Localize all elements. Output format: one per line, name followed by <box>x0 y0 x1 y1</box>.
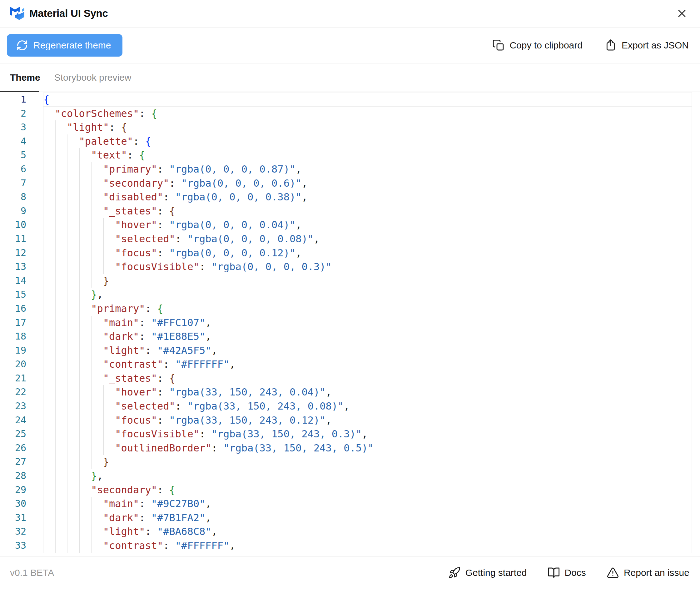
code-line[interactable]: 30"main": "#9C27B0", <box>0 497 692 511</box>
code-line-content: }, <box>43 287 692 302</box>
line-number: 15 <box>0 287 43 302</box>
indent-guides <box>43 455 103 469</box>
indent-guides <box>43 371 103 385</box>
code-line[interactable]: 4"palette": { <box>0 135 692 149</box>
code-line[interactable]: 23"selected": "rgba(33, 150, 243, 0.08)"… <box>0 399 692 413</box>
code-line[interactable]: 6"primary": "rgba(0, 0, 0, 0.87)", <box>0 162 692 176</box>
code-line-content: "text": { <box>43 148 692 162</box>
plugin-header: Material UI Sync <box>0 0 700 27</box>
line-number: 14 <box>0 274 43 288</box>
theme-json-editor[interactable]: 1{2"colorSchemes": {3"light": {4"palette… <box>0 92 700 556</box>
code-line[interactable]: 12"focus": "rgba(0, 0, 0, 0.12)", <box>0 246 692 260</box>
tab-theme[interactable]: Theme <box>0 63 47 91</box>
code-line[interactable]: 10"hover": "rgba(0, 0, 0, 0.04)", <box>0 218 692 232</box>
line-number: 31 <box>0 511 43 525</box>
code-line[interactable]: 28}, <box>0 469 692 483</box>
code-line-content: "palette": { <box>43 135 692 149</box>
code-line[interactable]: 18"dark": "#1E88E5", <box>0 330 692 344</box>
code-line[interactable]: 3"light": { <box>0 120 692 135</box>
close-button[interactable] <box>673 5 691 22</box>
code-line-content: "disabled": "rgba(0, 0, 0, 0.38)", <box>43 190 692 204</box>
code-line-content: "main": "#FFC107", <box>43 316 692 330</box>
indent-guides <box>43 330 103 344</box>
line-number: 11 <box>0 232 43 246</box>
mui-logo-icon <box>9 7 24 20</box>
code-line[interactable]: 8"disabled": "rgba(0, 0, 0, 0.38)", <box>0 190 692 204</box>
line-number: 12 <box>0 246 43 260</box>
line-number: 5 <box>0 148 43 162</box>
code-line-content: "dark": "#7B1FA2", <box>43 511 692 525</box>
code-line[interactable]: 15}, <box>0 287 692 302</box>
code-line-content: }, <box>43 469 692 483</box>
code-line[interactable]: 25"focusVisible": "rgba(33, 150, 243, 0.… <box>0 427 692 441</box>
code-line-content: "primary": "rgba(0, 0, 0, 0.87)", <box>43 162 692 176</box>
indent-guides <box>43 399 115 413</box>
code-line[interactable]: 7"secondary": "rgba(0, 0, 0, 0.6)", <box>0 176 692 190</box>
indent-guides <box>43 107 55 121</box>
line-number: 7 <box>0 176 43 190</box>
code-line[interactable]: 19"light": "#42A5F5", <box>0 344 692 358</box>
line-number: 20 <box>0 357 43 371</box>
report-an-issue-label: Report an issue <box>624 567 689 578</box>
code-line[interactable]: 16"primary": { <box>0 302 692 316</box>
regenerate-theme-button[interactable]: Regenerate theme <box>7 34 122 56</box>
indent-guides <box>43 190 103 204</box>
indent-guides <box>43 260 115 274</box>
line-number: 29 <box>0 483 43 497</box>
indent-guides <box>43 441 115 455</box>
indent-guides <box>43 120 67 135</box>
book-icon <box>548 567 560 579</box>
line-number: 24 <box>0 413 43 427</box>
code-line-content: "selected": "rgba(33, 150, 243, 0.08)", <box>43 399 692 413</box>
indent-guides <box>43 218 115 232</box>
indent-guides <box>43 413 115 427</box>
line-number: 21 <box>0 371 43 385</box>
code-line[interactable]: 26"outlinedBorder": "rgba(33, 150, 243, … <box>0 441 692 455</box>
code-line[interactable]: 33"contrast": "#FFFFFF", <box>0 539 692 553</box>
line-number: 22 <box>0 385 43 399</box>
indent-guides <box>43 511 103 525</box>
code-line-content: "hover": "rgba(33, 150, 243, 0.04)", <box>43 385 692 399</box>
indent-guides <box>43 274 103 288</box>
code-line[interactable]: 32"light": "#BA68C8", <box>0 525 692 539</box>
export-as-json-label: Export as JSON <box>622 40 689 51</box>
indent-guides <box>43 176 103 190</box>
report-an-issue-link[interactable]: Report an issue <box>607 567 689 579</box>
code-line[interactable]: 24"focus": "rgba(33, 150, 243, 0.12)", <box>0 413 692 427</box>
code-line[interactable]: 5"text": { <box>0 148 692 162</box>
code-line[interactable]: 29"secondary": { <box>0 483 692 497</box>
line-number: 6 <box>0 162 43 176</box>
code-line-content: "focus": "rgba(33, 150, 243, 0.12)", <box>43 413 692 427</box>
code-line[interactable]: 22"hover": "rgba(33, 150, 243, 0.04)", <box>0 385 692 399</box>
code-line-content: "main": "#9C27B0", <box>43 497 692 511</box>
getting-started-link[interactable]: Getting started <box>448 567 527 579</box>
getting-started-label: Getting started <box>465 567 527 578</box>
code-line[interactable]: 20"contrast": "#FFFFFF", <box>0 357 692 371</box>
code-line[interactable]: 21"_states": { <box>0 371 692 385</box>
code-line-content: "light": "#42A5F5", <box>43 344 692 358</box>
code-line[interactable]: 2"colorSchemes": { <box>0 107 692 121</box>
code-line[interactable]: 14} <box>0 274 692 288</box>
docs-link[interactable]: Docs <box>548 567 586 579</box>
code-line[interactable]: 27} <box>0 455 692 469</box>
tab-storybook-preview[interactable]: Storybook preview <box>54 63 131 91</box>
line-number: 19 <box>0 344 43 358</box>
code-line[interactable]: 11"selected": "rgba(0, 0, 0, 0.08)", <box>0 232 692 246</box>
code-line-content: "secondary": { <box>43 483 692 497</box>
code-line[interactable]: 9"_states": { <box>0 204 692 218</box>
tab-bar: Theme Storybook preview <box>0 63 700 92</box>
code-line[interactable]: 13"focusVisible": "rgba(0, 0, 0, 0.3)" <box>0 260 692 274</box>
copy-to-clipboard-button[interactable]: Copy to clipboard <box>492 39 582 51</box>
export-as-json-button[interactable]: Export as JSON <box>605 39 689 51</box>
code-line-content: "contrast": "#FFFFFF", <box>43 357 692 371</box>
indent-guides <box>43 539 103 553</box>
copy-icon <box>492 39 505 51</box>
line-number: 13 <box>0 260 43 274</box>
version-badge: v0.1 BETA <box>10 567 54 578</box>
code-line[interactable]: 31"dark": "#7B1FA2", <box>0 511 692 525</box>
code-line-content: "contrast": "#FFFFFF", <box>43 539 692 553</box>
code-line[interactable]: 1{ <box>0 92 692 107</box>
code-line[interactable]: 17"main": "#FFC107", <box>0 316 692 330</box>
code-line-content: "focusVisible": "rgba(33, 150, 243, 0.3)… <box>43 427 692 441</box>
line-number: 23 <box>0 399 43 413</box>
